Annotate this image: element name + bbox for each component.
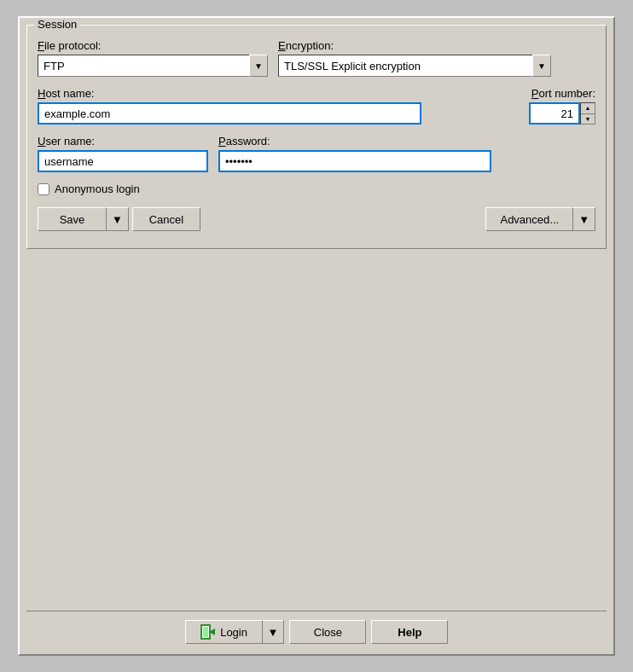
password-col: Password: xyxy=(218,135,595,172)
session-group: Session File protocol: FTP SFTP SCP WebD… xyxy=(26,25,607,249)
login-dropdown-button[interactable]: ▼ xyxy=(262,620,285,644)
port-input[interactable] xyxy=(529,102,580,125)
password-label: Password: xyxy=(218,135,595,148)
password-input[interactable] xyxy=(218,150,491,172)
port-spinners: ▲ ▼ xyxy=(580,102,595,125)
advanced-button[interactable]: Advanced... xyxy=(485,207,572,231)
advanced-dropdown-icon: ▼ xyxy=(578,213,589,226)
dialog-inner: Session File protocol: FTP SFTP SCP WebD… xyxy=(26,25,607,647)
save-button[interactable]: Save xyxy=(38,207,106,231)
action-buttons-row: Save ▼ Cancel Advanced... ▼ xyxy=(38,207,595,231)
advanced-dropdown-button[interactable]: ▼ xyxy=(572,207,595,231)
login-icon-svg xyxy=(200,624,216,640)
username-label: User name: xyxy=(38,135,208,148)
encryption-label: Encryption: xyxy=(278,39,551,52)
anonymous-label[interactable]: Anonymous login xyxy=(55,182,140,195)
close-button[interactable]: Close xyxy=(289,620,366,644)
hostname-label: Host name: xyxy=(38,87,519,100)
login-button[interactable]: Login xyxy=(185,620,262,644)
spacer xyxy=(26,256,607,611)
username-col: User name: xyxy=(38,135,208,172)
svg-rect-2 xyxy=(203,627,208,637)
login-label: Login xyxy=(220,626,247,639)
save-dropdown-button[interactable]: ▼ xyxy=(106,207,129,231)
port-input-row: ▲ ▼ xyxy=(529,102,595,125)
help-button[interactable]: Help xyxy=(371,620,448,644)
save-btn-group: Save ▼ xyxy=(38,207,129,231)
anonymous-row: Anonymous login xyxy=(38,182,595,195)
host-port-row: Host name: Port number: ▲ ▼ xyxy=(38,87,595,125)
hostname-col: Host name: xyxy=(38,87,519,125)
file-protocol-label: File protocol: xyxy=(38,39,268,52)
login-btn-group: Login ▼ xyxy=(185,620,285,644)
bottom-bar: Login ▼ Close Help xyxy=(26,611,607,647)
cancel-button[interactable]: Cancel xyxy=(132,207,200,231)
port-spinner-up[interactable]: ▲ xyxy=(581,103,595,114)
user-password-row: User name: Password: xyxy=(38,135,595,172)
protocol-encryption-row: File protocol: FTP SFTP SCP WebDAV S3 ▼ xyxy=(38,39,595,77)
encryption-wrapper: TLS/SSL Explicit encryption TLS/SSL Impl… xyxy=(278,55,551,77)
anonymous-checkbox[interactable] xyxy=(38,183,49,195)
port-col: Port number: ▲ ▼ xyxy=(529,87,595,125)
file-protocol-select[interactable]: FTP SFTP SCP WebDAV S3 xyxy=(38,55,268,77)
login-icon xyxy=(200,623,217,640)
hostname-input[interactable] xyxy=(38,102,421,125)
file-protocol-col: File protocol: FTP SFTP SCP WebDAV S3 ▼ xyxy=(38,39,268,77)
session-group-label: Session xyxy=(34,18,80,31)
encryption-select[interactable]: TLS/SSL Explicit encryption TLS/SSL Impl… xyxy=(278,55,551,77)
port-label: Port number: xyxy=(531,87,595,100)
save-dropdown-icon: ▼ xyxy=(112,213,123,226)
username-input[interactable] xyxy=(38,150,208,172)
port-spinner-down[interactable]: ▼ xyxy=(581,114,595,125)
login-dropdown-icon: ▼ xyxy=(268,626,279,639)
file-protocol-wrapper: FTP SFTP SCP WebDAV S3 ▼ xyxy=(38,55,268,77)
main-dialog: Session File protocol: FTP SFTP SCP WebD… xyxy=(18,16,615,656)
advanced-btn-group: Advanced... ▼ xyxy=(485,207,595,231)
encryption-col: Encryption: TLS/SSL Explicit encryption … xyxy=(278,39,551,77)
